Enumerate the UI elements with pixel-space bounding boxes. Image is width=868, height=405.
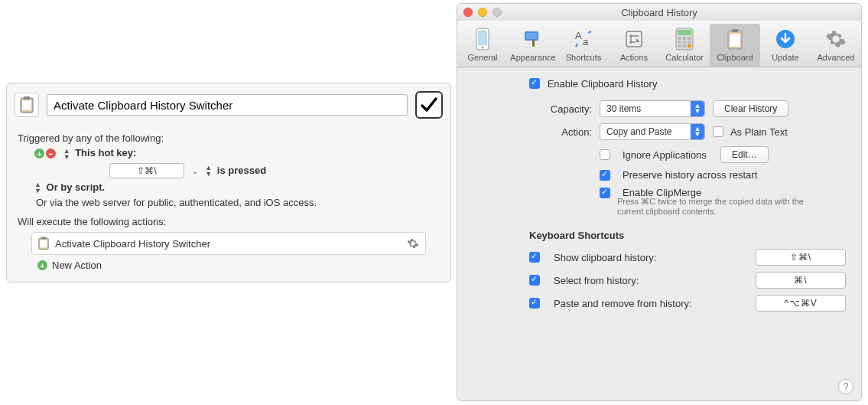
svg-rect-25 — [688, 44, 691, 47]
svg-rect-28 — [730, 34, 740, 47]
show-history-label: Show clipboard history: — [554, 252, 746, 263]
phone-icon — [470, 27, 495, 51]
edit-ignore-apps-button[interactable]: Edit… — [720, 146, 769, 163]
svg-rect-23 — [678, 44, 681, 47]
reorder-icon[interactable]: ▲▼ — [205, 165, 212, 177]
preferences-toolbar: General Appearance Aa Shortcuts Actions … — [457, 21, 861, 67]
tab-actions[interactable]: Actions — [609, 24, 659, 67]
keyboard-shortcuts-header: Keyboard Shortcuts — [529, 230, 846, 241]
gear-icon[interactable] — [407, 237, 419, 250]
hotkey-trigger-label: This hot key: — [75, 147, 136, 158]
actions-icon — [622, 27, 646, 51]
will-execute-label: Will execute the following actions: — [18, 216, 440, 227]
paste-remove-shortcut[interactable]: ^⌥⌘V — [756, 295, 846, 312]
chevron-updown-icon: ▲▼ — [691, 101, 704, 116]
action-label: Action: — [473, 126, 592, 138]
new-action-label[interactable]: New Action — [52, 260, 102, 271]
clipboard-icon — [15, 93, 39, 117]
svg-text:A: A — [575, 30, 582, 41]
svg-rect-4 — [41, 237, 46, 240]
paste-remove-label: Paste and remove from history: — [554, 298, 746, 309]
paste-remove-checkbox[interactable] — [529, 298, 540, 309]
svg-rect-21 — [683, 41, 687, 44]
show-history-checkbox[interactable] — [529, 252, 540, 263]
clipboard-icon — [723, 27, 747, 51]
chevron-updown-icon: ▲▼ — [691, 124, 704, 139]
select-history-checkbox[interactable] — [529, 275, 540, 286]
preserve-history-checkbox[interactable] — [600, 170, 610, 181]
add-action-button[interactable]: + — [37, 260, 47, 270]
tab-shortcuts[interactable]: Aa Shortcuts — [558, 24, 609, 67]
paint-icon — [521, 27, 545, 51]
reorder-icon[interactable]: ▲▼ — [63, 148, 70, 160]
action-row[interactable]: Activate Clipboard History Switcher — [31, 232, 426, 255]
action-select[interactable]: Copy and Paste ▲▼ — [600, 123, 705, 140]
svg-rect-22 — [688, 41, 691, 44]
hotkey-field[interactable]: ⇧⌘\ — [109, 163, 184, 178]
triggered-by-label: Triggered by any of the following: — [18, 132, 440, 144]
clear-history-button[interactable]: Clear History — [713, 100, 788, 117]
svg-rect-16 — [678, 30, 691, 35]
svg-rect-18 — [683, 37, 687, 40]
action-label: Activate Clipboard History Switcher — [55, 238, 210, 250]
tab-calculator[interactable]: Calculator — [659, 24, 710, 67]
add-trigger-button[interactable]: + — [34, 149, 44, 158]
svg-point-8 — [482, 47, 484, 49]
update-icon — [773, 27, 798, 51]
reorder-icon[interactable]: ▲▼ — [34, 181, 41, 194]
svg-rect-20 — [678, 41, 681, 44]
svg-rect-7 — [478, 31, 487, 45]
macro-editor-panel: Triggered by any of the following: + − ▲… — [6, 83, 451, 283]
svg-rect-11 — [532, 39, 535, 47]
svg-rect-17 — [678, 37, 681, 40]
capacity-select[interactable]: 30 items ▲▼ — [600, 100, 705, 117]
macro-title-input[interactable] — [47, 94, 408, 116]
svg-rect-19 — [688, 37, 691, 40]
calculator-icon — [672, 27, 697, 51]
select-history-label: Select from history: — [554, 275, 746, 286]
ignore-apps-label: Ignore Applications — [623, 149, 711, 161]
tab-general[interactable]: General — [457, 24, 508, 67]
remove-trigger-button[interactable]: − — [46, 149, 56, 158]
enabled-toggle[interactable] — [415, 91, 443, 119]
enable-history-checkbox[interactable] — [529, 78, 540, 89]
is-pressed-label[interactable]: is pressed — [217, 165, 266, 176]
or-via-web-label: Or via the web server for public, authen… — [18, 197, 440, 208]
gear-icon — [824, 27, 848, 51]
as-plain-text-checkbox[interactable] — [713, 126, 723, 137]
help-button[interactable]: ? — [838, 379, 853, 394]
svg-rect-2 — [22, 100, 31, 110]
svg-text:a: a — [583, 36, 589, 47]
svg-rect-27 — [732, 29, 738, 32]
preserve-history-label: Preserve history across restart — [623, 169, 757, 181]
svg-rect-5 — [40, 240, 47, 247]
select-history-shortcut[interactable]: ⌘\ — [756, 272, 846, 289]
capacity-label: Capacity: — [473, 103, 592, 115]
svg-rect-10 — [526, 33, 537, 39]
preferences-window: Clipboard History General Appearance Aa … — [457, 3, 862, 401]
shortcuts-icon: Aa — [571, 27, 596, 51]
or-by-script-label: Or by script. — [47, 181, 106, 193]
ignore-apps-checkbox[interactable] — [600, 149, 610, 160]
as-plain-text-label: As Plain Text — [730, 126, 788, 138]
svg-rect-24 — [683, 44, 687, 47]
svg-rect-1 — [24, 96, 30, 100]
clipmerge-checkbox[interactable] — [600, 188, 610, 198]
tab-update[interactable]: Update — [760, 24, 811, 67]
tab-appearance[interactable]: Appearance — [508, 24, 558, 67]
chevron-down-icon[interactable]: ⌄ — [192, 167, 198, 175]
tab-clipboard[interactable]: Clipboard — [710, 24, 760, 67]
clipboard-icon — [38, 237, 49, 250]
clipmerge-hint: Press ⌘C twice to merge the copied data … — [617, 197, 831, 216]
enable-history-label: Enable Clipboard History — [548, 78, 658, 90]
svg-rect-14 — [626, 31, 642, 47]
window-title: Clipboard History — [457, 7, 861, 18]
tab-advanced[interactable]: Advanced — [811, 24, 861, 67]
show-history-shortcut[interactable]: ⇧⌘\ — [756, 249, 846, 266]
